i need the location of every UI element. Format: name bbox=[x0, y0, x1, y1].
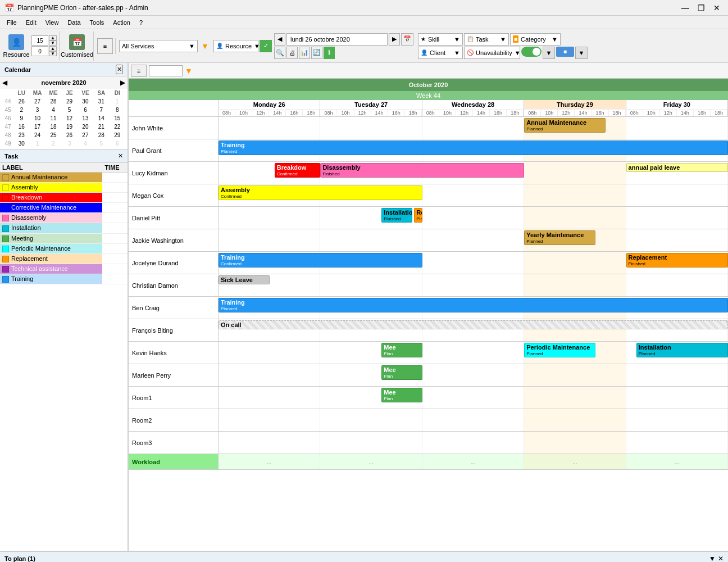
menu-item-file[interactable]: File bbox=[2, 18, 21, 27]
spinner2-input[interactable] bbox=[31, 46, 48, 56]
day-cell[interactable] bbox=[219, 387, 320, 409]
task-row[interactable]: Breakdown bbox=[0, 193, 128, 203]
day-cell[interactable] bbox=[626, 229, 728, 251]
spinner2-down[interactable]: ▼ bbox=[49, 51, 57, 56]
cal-day[interactable]: 2 bbox=[13, 106, 29, 114]
day-cell[interactable] bbox=[524, 162, 626, 184]
day-cell[interactable] bbox=[422, 117, 524, 139]
event[interactable]: Yearly MaintenancePlanned bbox=[524, 230, 595, 245]
search-btn[interactable]: 🔍 bbox=[274, 47, 285, 59]
task-row[interactable]: Installation bbox=[0, 223, 128, 233]
cal-day[interactable]: 3 bbox=[29, 106, 45, 114]
event[interactable]: TrainingPlanned bbox=[219, 140, 728, 155]
event[interactable]: TrainingConfirmed bbox=[219, 253, 422, 268]
day-cell[interactable] bbox=[524, 364, 626, 386]
day-cell[interactable]: ... bbox=[219, 454, 320, 469]
day-cell[interactable] bbox=[422, 207, 524, 229]
event[interactable]: MeePlan bbox=[381, 365, 422, 380]
day-cell[interactable] bbox=[626, 117, 728, 139]
cal-filter-input[interactable] bbox=[149, 65, 183, 76]
task-row[interactable]: Replacement bbox=[0, 253, 128, 264]
day-cell[interactable] bbox=[219, 207, 320, 229]
day-cell[interactable] bbox=[422, 184, 524, 206]
event[interactable]: MeePlan bbox=[381, 388, 422, 402]
cal-day[interactable]: 21 bbox=[93, 123, 109, 131]
cal-day[interactable]: 15 bbox=[110, 114, 125, 123]
day-cell[interactable]: ... bbox=[626, 454, 728, 469]
event[interactable]: DisassemblyFinished bbox=[320, 163, 524, 178]
day-cell[interactable] bbox=[626, 387, 728, 409]
cal-day[interactable]: 26 bbox=[61, 131, 77, 139]
cal-day[interactable]: 13 bbox=[78, 114, 93, 123]
cal-day[interactable]: 5 bbox=[61, 106, 77, 114]
cal-day[interactable]: 4 bbox=[78, 139, 93, 148]
day-cell[interactable] bbox=[524, 432, 626, 454]
cal-day[interactable]: 19 bbox=[61, 123, 77, 131]
cal-day[interactable]: 1 bbox=[29, 139, 45, 148]
skill-filter-dropdown[interactable]: ★ Skill ▼ bbox=[418, 33, 463, 46]
cal-day[interactable]: 7 bbox=[93, 106, 109, 114]
event[interactable]: InstallationFinished bbox=[381, 208, 412, 223]
cal-day[interactable]: 30 bbox=[13, 139, 29, 148]
cal-day[interactable]: 22 bbox=[110, 123, 125, 131]
spinner2-up[interactable]: ▲ bbox=[49, 46, 57, 51]
day-cell[interactable]: ... bbox=[320, 454, 422, 469]
cal-day[interactable]: 5 bbox=[93, 139, 109, 148]
cal-day[interactable]: 16 bbox=[13, 123, 29, 131]
cal-view-mode-btn[interactable]: ≡ bbox=[131, 65, 147, 77]
task-row[interactable]: Meeting bbox=[0, 233, 128, 243]
day-cell[interactable] bbox=[219, 229, 320, 251]
day-cell[interactable] bbox=[219, 342, 320, 364]
refresh-btn[interactable]: 🔄 bbox=[311, 47, 322, 59]
menu-item-action[interactable]: Action bbox=[108, 18, 135, 27]
cal-day[interactable]: 10 bbox=[29, 114, 45, 123]
menu-item-?[interactable]: ? bbox=[135, 18, 147, 27]
day-cell[interactable] bbox=[219, 364, 320, 386]
cal-day[interactable]: 17 bbox=[29, 123, 45, 131]
task-row[interactable]: Assembly bbox=[0, 183, 128, 193]
cal-day[interactable]: 31 bbox=[93, 97, 109, 106]
cal-grid-container[interactable]: Monday 2608h10h12h14h16h18hTuesday 2708h… bbox=[129, 100, 728, 551]
event[interactable]: Sick Leave bbox=[219, 275, 270, 284]
cal-day[interactable]: 27 bbox=[29, 97, 45, 106]
task-row[interactable]: Disassembly bbox=[0, 213, 128, 223]
customised-button[interactable]: 📅 Customised bbox=[63, 31, 91, 61]
day-cell[interactable] bbox=[422, 229, 524, 251]
day-cell[interactable] bbox=[524, 207, 626, 229]
day-cell[interactable] bbox=[422, 274, 524, 296]
day-cell[interactable] bbox=[422, 252, 524, 274]
minimize-button[interactable]: — bbox=[679, 2, 692, 13]
event[interactable]: Periodic MaintenancePlanned bbox=[524, 343, 595, 357]
menu-item-edit[interactable]: Edit bbox=[21, 18, 41, 27]
toplan-collapse-btn[interactable]: ▼ bbox=[709, 555, 716, 563]
cal-day[interactable]: 29 bbox=[110, 131, 125, 139]
cal-day[interactable]: 28 bbox=[93, 131, 109, 139]
day-cell[interactable] bbox=[524, 387, 626, 409]
next-month-btn[interactable]: ▶ bbox=[120, 79, 125, 87]
day-cell[interactable] bbox=[524, 252, 626, 274]
cal-day[interactable]: 8 bbox=[110, 106, 125, 114]
event[interactable]: On call bbox=[219, 320, 728, 329]
cal-day[interactable]: 2 bbox=[46, 139, 61, 148]
day-cell[interactable] bbox=[422, 342, 524, 364]
day-cell[interactable] bbox=[524, 274, 626, 296]
cal-day[interactable]: 11 bbox=[46, 114, 61, 123]
cal-day[interactable]: 12 bbox=[61, 114, 77, 123]
day-cell[interactable] bbox=[422, 387, 524, 409]
cal-day[interactable]: 4 bbox=[46, 106, 61, 114]
cal-day[interactable]: 30 bbox=[78, 97, 93, 106]
day-cell[interactable]: ... bbox=[422, 454, 524, 469]
toggle-option-1[interactable]: ▼ bbox=[543, 47, 555, 59]
task-row[interactable]: Corrective Maintenance bbox=[0, 203, 128, 213]
menu-item-view[interactable]: View bbox=[41, 18, 63, 27]
cal-day[interactable]: 28 bbox=[46, 97, 61, 106]
day-cell[interactable] bbox=[320, 117, 422, 139]
blue-toggle[interactable]: ■ bbox=[556, 47, 574, 57]
spinner1-down[interactable]: ▼ bbox=[49, 40, 57, 46]
spinner1-up[interactable]: ▲ bbox=[49, 35, 57, 40]
task-row[interactable]: Training bbox=[0, 274, 128, 284]
info-btn[interactable]: ℹ bbox=[324, 47, 335, 59]
cal-day[interactable]: 20 bbox=[78, 123, 93, 131]
resource-filter-dropdown[interactable]: 👤 Resource ▼ bbox=[213, 40, 258, 52]
day-cell[interactable] bbox=[219, 409, 320, 431]
